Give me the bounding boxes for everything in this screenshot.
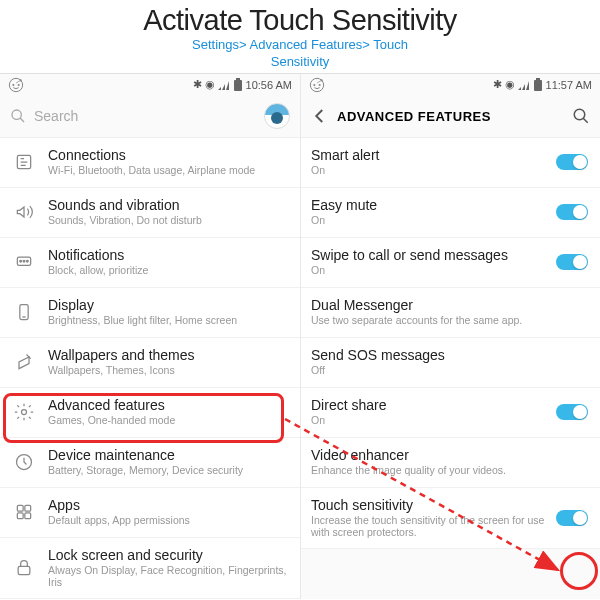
settings-item[interactable]: DisplayBrightness, Blue light filter, Ho… xyxy=(0,288,300,338)
item-label: Touch sensitivity xyxy=(311,497,556,513)
advanced-item[interactable]: Touch sensitivityIncrease the touch sens… xyxy=(301,488,600,549)
item-label: Advanced features xyxy=(48,397,288,413)
settings-item[interactable]: Device maintenanceBattery, Storage, Memo… xyxy=(0,438,300,488)
wifi-icon: ◉ xyxy=(205,78,215,91)
item-label: Wallpapers and themes xyxy=(48,347,288,363)
item-sub: Default apps, App permissions xyxy=(48,514,288,527)
svg-rect-24 xyxy=(534,80,542,91)
settings-item[interactable]: Wallpapers and themesWallpapers, Themes,… xyxy=(0,338,300,388)
advanced-item[interactable]: Dual MessengerUse two separate accounts … xyxy=(301,288,600,338)
svg-rect-17 xyxy=(17,513,23,519)
settings-item[interactable]: ConnectionsWi-Fi, Bluetooth, Data usage,… xyxy=(0,138,300,188)
item-icon xyxy=(10,452,38,472)
advanced-item[interactable]: Smart alertOn xyxy=(301,138,600,188)
status-time: 10:56 AM xyxy=(246,79,292,91)
advanced-item[interactable]: Direct shareOn xyxy=(301,388,600,438)
status-icons: ✱ ◉ 11:57 AM xyxy=(493,78,592,92)
item-icon xyxy=(10,402,38,422)
svg-point-2 xyxy=(18,84,20,86)
battery-icon xyxy=(233,78,243,92)
item-label: Swipe to call or send messages xyxy=(311,247,556,263)
battery-icon xyxy=(533,78,543,92)
settings-item[interactable]: Lock screen and securityAlways On Displa… xyxy=(0,538,300,599)
item-label: Direct share xyxy=(311,397,556,413)
item-sub: Sounds, Vibration, Do not disturb xyxy=(48,214,288,227)
advanced-features-list: Smart alertOnEasy muteOnSwipe to call or… xyxy=(301,138,600,549)
item-label: Send SOS messages xyxy=(311,347,588,363)
status-bar: ✱ ◉ 11:57 AM xyxy=(301,74,600,96)
settings-item[interactable]: AppsDefault apps, App permissions xyxy=(0,488,300,538)
svg-point-6 xyxy=(12,110,21,119)
item-label: Lock screen and security xyxy=(48,547,288,563)
screenshot-right: ✱ ◉ 11:57 AM ADVANCED FEATURES Smart ale… xyxy=(300,74,600,599)
avatar[interactable] xyxy=(264,103,290,129)
item-sub: Off xyxy=(311,364,588,377)
back-icon[interactable] xyxy=(311,107,329,125)
status-bar: ✱ ◉ 10:56 AM xyxy=(0,74,300,96)
item-icon xyxy=(10,302,38,322)
item-icon xyxy=(10,252,38,272)
settings-item[interactable]: Advanced featuresGames, One-handed mode xyxy=(0,388,300,438)
reddit-icon xyxy=(8,77,24,93)
svg-point-11 xyxy=(27,261,29,263)
item-icon xyxy=(10,502,38,522)
item-sub: Use two separate accounts for the same a… xyxy=(311,314,588,327)
advanced-item[interactable]: Video enhancerEnhance the image quality … xyxy=(301,438,600,488)
item-label: Connections xyxy=(48,147,288,163)
item-sub: On xyxy=(311,414,556,427)
item-label: Display xyxy=(48,297,288,313)
item-sub: Battery, Storage, Memory, Device securit… xyxy=(48,464,288,477)
item-label: Dual Messenger xyxy=(311,297,588,313)
item-sub: On xyxy=(311,264,556,277)
advanced-item[interactable]: Send SOS messagesOff xyxy=(301,338,600,388)
advanced-item[interactable]: Swipe to call or send messagesOn xyxy=(301,238,600,288)
wifi-icon: ◉ xyxy=(505,78,515,91)
item-sub: Wallpapers, Themes, Icons xyxy=(48,364,288,377)
svg-point-13 xyxy=(22,410,27,415)
advanced-item[interactable]: Easy muteOn xyxy=(301,188,600,238)
toggle-switch[interactable] xyxy=(556,254,588,270)
search-row[interactable]: Search xyxy=(0,96,300,138)
item-label: Easy mute xyxy=(311,197,556,213)
page-title: Activate Touch Sensitivity xyxy=(0,4,600,37)
item-sub: Enhance the image quality of your videos… xyxy=(311,464,588,477)
svg-rect-15 xyxy=(17,506,23,512)
screenshots-row: ✱ ◉ 10:56 AM Search ConnectionsWi-Fi, Bl… xyxy=(0,73,600,599)
status-icons: ✱ ◉ 10:56 AM xyxy=(193,78,292,92)
svg-point-9 xyxy=(20,261,22,263)
svg-point-1 xyxy=(12,84,14,86)
item-sub: On xyxy=(311,164,556,177)
svg-rect-4 xyxy=(234,80,242,91)
page-header: ADVANCED FEATURES xyxy=(301,96,600,138)
search-icon[interactable] xyxy=(572,107,590,125)
toggle-switch[interactable] xyxy=(556,204,588,220)
search-input[interactable]: Search xyxy=(10,108,258,124)
signal-icon xyxy=(218,80,230,90)
item-label: Video enhancer xyxy=(311,447,588,463)
item-icon xyxy=(10,352,38,372)
svg-rect-16 xyxy=(25,506,31,512)
svg-point-26 xyxy=(574,110,585,121)
page-header-title: ADVANCED FEATURES xyxy=(337,109,564,124)
item-label: Notifications xyxy=(48,247,288,263)
toggle-switch[interactable] xyxy=(556,154,588,170)
item-label: Smart alert xyxy=(311,147,556,163)
tutorial-header: Activate Touch Sensitivity Settings> Adv… xyxy=(0,0,600,73)
item-icon xyxy=(10,152,38,172)
item-label: Device maintenance xyxy=(48,447,288,463)
item-label: Sounds and vibration xyxy=(48,197,288,213)
screenshot-left: ✱ ◉ 10:56 AM Search ConnectionsWi-Fi, Bl… xyxy=(0,74,300,599)
toggle-switch[interactable] xyxy=(556,404,588,420)
settings-item[interactable]: Sounds and vibrationSounds, Vibration, D… xyxy=(0,188,300,238)
svg-rect-5 xyxy=(236,78,240,80)
svg-rect-25 xyxy=(536,78,540,80)
item-sub: Increase the touch sensitivity of the sc… xyxy=(311,514,556,539)
svg-point-22 xyxy=(319,84,321,86)
search-icon xyxy=(10,108,26,124)
settings-item[interactable]: NotificationsBlock, allow, prioritize xyxy=(0,238,300,288)
item-label: Apps xyxy=(48,497,288,513)
svg-point-21 xyxy=(313,84,315,86)
item-sub: Brightness, Blue light filter, Home scre… xyxy=(48,314,288,327)
toggle-switch[interactable] xyxy=(556,510,588,526)
item-sub: Wi-Fi, Bluetooth, Data usage, Airplane m… xyxy=(48,164,288,177)
